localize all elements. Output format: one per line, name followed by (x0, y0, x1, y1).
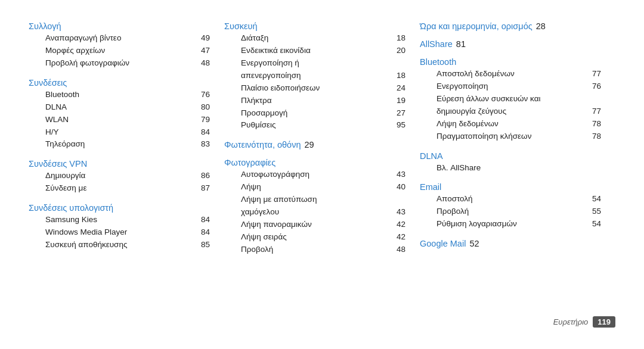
list-item: Ρυθμίσεις95 (241, 119, 405, 132)
entry-label: Λήψη με αποτύπωση (241, 194, 317, 206)
entry-label: Προβολή φωτογραφιών (45, 57, 199, 70)
entry-multiline: Ενεργοποίηση ήαπενεργοποίηση18 (241, 57, 405, 82)
entry-label: Πλαίσιο ειδοποιήσεων (241, 82, 394, 95)
list-item: Προσαρμογή27 (241, 107, 405, 120)
list-item: Προβολή48 (241, 244, 405, 256)
entry-num: 84 (201, 226, 210, 239)
list-item: Βλ. AllShare (436, 162, 601, 174)
entry-label: WLAN (45, 114, 199, 126)
entry-label: Bluetooth (45, 89, 199, 101)
entry-label: Αναπαραγωγή βίντεο (45, 32, 199, 45)
entry-label: Προβολή (436, 205, 590, 218)
entry-label: Συσκευή αποθήκευσης (45, 239, 199, 251)
list-item: Bluetooth76 (45, 89, 210, 101)
entry-label: Βλ. AllShare (436, 162, 601, 174)
entry-num: 43 (397, 169, 405, 181)
entry-label: Ενεργοποίηση (436, 80, 590, 93)
entry-num: 77 (592, 68, 601, 80)
footer-text: Ευρετήριο (553, 317, 589, 326)
entry-label: Ενδεικτικά εικονίδια (241, 45, 394, 57)
list-item: Πλήκτρα19 (241, 95, 405, 107)
list-item: Αναπαραγωγή βίντεο49 (45, 32, 210, 45)
list-item: Ενεργοποίηση76 (436, 80, 601, 93)
index-columns: ΣυλλογήΑναπαραγωγή βίντεο49Μορφές αρχείω… (29, 21, 615, 311)
entry-num: 95 (397, 119, 405, 132)
entry-num: 47 (201, 45, 210, 57)
section-header: Συλλογή (29, 21, 210, 31)
section-num: 29 (304, 140, 314, 149)
entry-label: Λήψη σειράς (241, 231, 394, 244)
entry-num: 27 (397, 107, 405, 120)
entry-label: DLNA (45, 101, 199, 114)
section-title: AllShare (420, 39, 453, 49)
entry-label: Προβολή (241, 244, 394, 256)
entry-num: 20 (397, 45, 405, 57)
entry-num: 49 (201, 32, 210, 45)
entry-label: Samsung Kies (45, 214, 199, 226)
list-item: Πλαίσιο ειδοποιήσεων24 (241, 82, 405, 95)
section-title: Ώρα και ημερομηνία, ορισμός (420, 21, 532, 31)
page-number: 119 (593, 316, 615, 328)
entry-num: 76 (201, 89, 210, 101)
entry-label: Μορφές αρχείων (45, 45, 199, 57)
entry-num: 83 (201, 138, 210, 151)
column-3: Ώρα και ημερομηνία, ορισμός28AllShare81B… (420, 21, 615, 311)
entry-label: Πλήκτρα (241, 95, 394, 107)
section-num: 81 (456, 39, 466, 49)
section-header: DLNA (420, 151, 601, 161)
entry-multiline: Εύρεση άλλων συσκευών καιδημιουργία ζεύγ… (436, 93, 601, 118)
entry-label-cont: δημιουργία ζεύγους (436, 105, 506, 118)
entry-num: 48 (201, 57, 210, 70)
entry-label: Αυτοφωτογράφηση (241, 169, 394, 181)
entry-label: Αποστολή (436, 193, 590, 205)
entry-num: 54 (592, 218, 601, 230)
entry-label: Windows Media Player (45, 226, 199, 239)
entry-num: 84 (201, 126, 210, 139)
list-item: Samsung Kies84 (45, 214, 210, 226)
entry-label: Αποστολή δεδομένων (436, 68, 590, 80)
list-item: Πραγματοποίηση κλήσεων78 (436, 130, 601, 143)
entry-label-cont: χαμόγελου (241, 206, 279, 219)
entry-label: Λήψη (241, 181, 394, 194)
entry-num: 48 (397, 244, 405, 256)
section-header-inline: AllShare81 (420, 39, 601, 49)
entry-num: 42 (397, 219, 405, 231)
list-item: Προβολή55 (436, 205, 601, 218)
entry-num: 54 (592, 193, 601, 205)
entry-num: 80 (201, 101, 210, 114)
entry-num: 55 (592, 205, 601, 218)
entry-label: Λήψη πανοραμικών (241, 219, 394, 231)
page: ΣυλλογήΑναπαραγωγή βίντεο49Μορφές αρχείω… (0, 0, 644, 349)
list-item: Αποστολή54 (436, 193, 601, 205)
entry-num: 78 (592, 118, 601, 130)
list-item: Μορφές αρχείων47 (45, 45, 210, 57)
entry-num: 84 (201, 214, 210, 226)
entry-num: 19 (397, 95, 405, 107)
entry-num: 85 (201, 239, 210, 251)
section-header: Συνδέσεις (29, 78, 210, 88)
section-header: Email (420, 182, 601, 192)
section-header-inline: Ώρα και ημερομηνία, ορισμός28 (420, 21, 601, 31)
section-header: Bluetooth (420, 57, 601, 67)
entry-multiline: Λήψη με αποτύπωσηχαμόγελου43 (241, 194, 405, 219)
entry-label: Λήψη δεδομένων (436, 118, 590, 130)
list-item: Σύνδεση με87 (45, 182, 210, 195)
entry-label: Εύρεση άλλων συσκευών και (436, 93, 540, 105)
entry-label: Δημιουργία (45, 170, 199, 182)
entry-num: 24 (397, 82, 405, 95)
entry-num: 79 (201, 114, 210, 126)
entry-num: 78 (592, 130, 601, 143)
entry-num: 40 (397, 181, 405, 194)
footer: Ευρετήριο 119 (29, 311, 615, 328)
entry-num: 86 (201, 170, 210, 182)
list-item: WLAN79 (45, 114, 210, 126)
column-1: ΣυλλογήΑναπαραγωγή βίντεο49Μορφές αρχείω… (29, 21, 224, 311)
list-item: Συσκευή αποθήκευσης85 (45, 239, 210, 251)
list-item: Διάταξη18 (241, 32, 405, 45)
list-item: DLNA80 (45, 101, 210, 114)
list-item: Λήψη δεδομένων78 (436, 118, 601, 130)
entry-label-cont: απενεργοποίηση (241, 70, 301, 82)
entry-num: 43 (397, 206, 405, 219)
section-header: Φωτογραφίες (224, 158, 405, 167)
list-item: Λήψη σειράς42 (241, 231, 405, 244)
